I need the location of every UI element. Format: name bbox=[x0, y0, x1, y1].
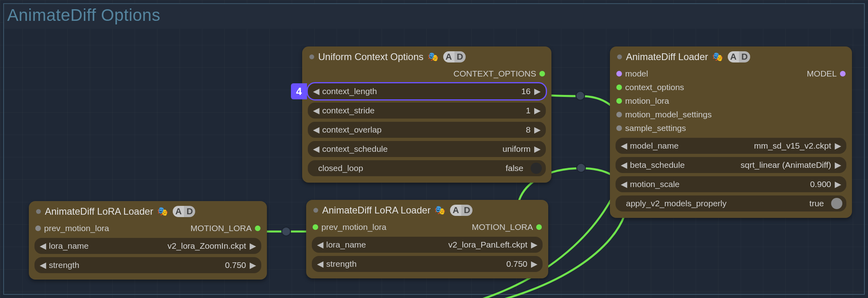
widget-label: context_length bbox=[321, 87, 377, 96]
node-header[interactable]: AnimateDiff LoRA Loader 🎭 AD bbox=[306, 200, 548, 219]
input-model[interactable]: model bbox=[612, 68, 716, 79]
node-header[interactable]: AnimateDiff Loader 🎭 AD bbox=[610, 46, 852, 66]
output-motion-lora[interactable]: MOTION_LORA bbox=[186, 223, 264, 234]
group-title: AnimateDiff Options bbox=[7, 6, 160, 25]
chevron-right-icon[interactable]: ▶ bbox=[530, 240, 539, 250]
port-label: prev_motion_lora bbox=[321, 222, 386, 232]
chevron-right-icon[interactable]: ▶ bbox=[834, 141, 842, 151]
node-lora-loader-2[interactable]: AnimateDiff LoRA Loader 🎭 AD prev_motion… bbox=[306, 200, 548, 278]
widget-lora-name[interactable]: ◀ lora_name v2_lora_PanLeft.ckpt ▶ bbox=[312, 237, 543, 253]
socket-icon[interactable] bbox=[313, 224, 318, 230]
input-prev-motion-lora[interactable]: prev_motion_lora bbox=[309, 221, 390, 233]
widget-value[interactable]: uniform bbox=[388, 144, 533, 154]
ad-badge-icon: AD bbox=[173, 206, 195, 217]
socket-icon[interactable] bbox=[616, 85, 622, 90]
socket-icon[interactable] bbox=[840, 71, 846, 77]
widget-value[interactable]: 1 bbox=[375, 106, 533, 115]
socket-icon[interactable] bbox=[536, 224, 542, 230]
widget-apply-v2[interactable]: apply_v2_models_properly true bbox=[616, 195, 846, 211]
chevron-right-icon[interactable]: ▶ bbox=[533, 106, 542, 115]
node-header[interactable]: Uniform Context Options 🎭 AD bbox=[302, 46, 551, 66]
ad-badge-icon: AD bbox=[450, 205, 472, 216]
ad-badge-icon: AD bbox=[443, 51, 466, 62]
widget-value[interactable]: mm_sd_v15_v2.ckpt bbox=[678, 141, 834, 151]
chevron-right-icon[interactable]: ▶ bbox=[533, 125, 542, 135]
widget-strength[interactable]: ◀ strength 0.750 ▶ bbox=[312, 256, 543, 272]
widget-context-stride[interactable]: ◀ context_stride 1 ▶ bbox=[308, 103, 546, 119]
widget-value[interactable]: sqrt_linear (AnimateDiff) bbox=[685, 160, 834, 170]
chevron-right-icon[interactable]: ▶ bbox=[533, 87, 542, 96]
input-sample-settings[interactable]: sample_settings bbox=[612, 123, 716, 134]
node-animatediff-loader[interactable]: AnimateDiff Loader 🎭 AD model context_op… bbox=[610, 46, 852, 218]
chevron-left-icon[interactable]: ◀ bbox=[620, 160, 628, 170]
chevron-right-icon[interactable]: ▶ bbox=[834, 160, 842, 170]
widget-label: beta_schedule bbox=[628, 160, 685, 170]
chevron-left-icon[interactable]: ◀ bbox=[38, 260, 47, 270]
chevron-left-icon[interactable]: ◀ bbox=[316, 240, 325, 250]
widget-value[interactable]: 0.750 bbox=[357, 259, 530, 269]
chevron-left-icon[interactable]: ◀ bbox=[312, 87, 321, 96]
input-context-options[interactable]: context_options bbox=[612, 82, 716, 93]
widget-motion-scale[interactable]: ◀ motion_scale 0.900 ▶ bbox=[616, 176, 846, 192]
output-motion-lora[interactable]: MOTION_LORA bbox=[468, 221, 546, 233]
widget-value[interactable]: 16 bbox=[377, 87, 533, 96]
socket-icon[interactable] bbox=[35, 226, 41, 231]
chevron-right-icon[interactable]: ▶ bbox=[248, 241, 257, 251]
collapse-dot-icon[interactable] bbox=[309, 54, 314, 59]
output-model[interactable]: MODEL bbox=[803, 68, 850, 79]
widget-label: context_overlap bbox=[321, 125, 382, 135]
widget-beta-schedule[interactable]: ◀ beta_schedule sqrt_linear (AnimateDiff… bbox=[616, 157, 846, 173]
chevron-left-icon[interactable]: ◀ bbox=[316, 259, 325, 269]
node-uniform-context-options[interactable]: Uniform Context Options 🎭 AD CONTEXT_OPT… bbox=[302, 46, 551, 183]
node-header[interactable]: AnimateDiff LoRA Loader 🎭 AD bbox=[29, 201, 267, 220]
port-label: prev_motion_lora bbox=[44, 224, 109, 233]
chevron-left-icon[interactable]: ◀ bbox=[38, 241, 47, 251]
widget-context-length[interactable]: 4 ◀ context_length 16 ▶ bbox=[308, 83, 546, 99]
widget-context-overlap[interactable]: ◀ context_overlap 8 ▶ bbox=[308, 122, 546, 138]
socket-icon[interactable] bbox=[616, 125, 622, 131]
widget-value[interactable]: 0.750 bbox=[79, 260, 248, 270]
socket-icon[interactable] bbox=[616, 71, 622, 77]
widget-closed-loop[interactable]: closed_loop false bbox=[308, 160, 546, 176]
toggle-off-icon[interactable] bbox=[531, 163, 542, 174]
widget-value: false bbox=[363, 163, 528, 173]
node-lora-loader-1[interactable]: AnimateDiff LoRA Loader 🎭 AD prev_motion… bbox=[29, 201, 267, 280]
socket-icon[interactable] bbox=[616, 112, 622, 117]
widget-value[interactable]: 8 bbox=[382, 125, 533, 135]
collapse-dot-icon[interactable] bbox=[313, 208, 318, 213]
masks-icon: 🎭 bbox=[712, 52, 723, 62]
chevron-right-icon[interactable]: ▶ bbox=[533, 144, 542, 154]
chevron-right-icon[interactable]: ▶ bbox=[530, 259, 539, 269]
input-motion-model-settings[interactable]: motion_model_settings bbox=[612, 109, 716, 120]
chevron-right-icon[interactable]: ▶ bbox=[248, 260, 257, 270]
chevron-left-icon[interactable]: ◀ bbox=[312, 106, 321, 115]
node-title: AnimateDiff LoRA Loader bbox=[45, 206, 153, 217]
widget-strength[interactable]: ◀ strength 0.750 ▶ bbox=[34, 257, 261, 273]
ad-badge-icon: AD bbox=[728, 51, 750, 62]
output-context-options[interactable]: CONTEXT_OPTIONS bbox=[449, 68, 549, 79]
input-motion-lora[interactable]: motion_lora bbox=[612, 95, 716, 107]
collapse-dot-icon[interactable] bbox=[36, 209, 41, 214]
port-label: motion_model_settings bbox=[625, 110, 712, 119]
port-label: MODEL bbox=[807, 69, 837, 79]
chevron-left-icon[interactable]: ◀ bbox=[620, 179, 628, 189]
widget-lora-name[interactable]: ◀ lora_name v2_lora_ZoomIn.ckpt ▶ bbox=[34, 238, 261, 254]
widget-model-name[interactable]: ◀ model_name mm_sd_v15_v2.ckpt ▶ bbox=[616, 138, 846, 154]
widget-value[interactable]: v2_lora_PanLeft.ckpt bbox=[366, 240, 530, 250]
port-label: model bbox=[625, 69, 648, 79]
widget-value[interactable]: v2_lora_ZoomIn.ckpt bbox=[89, 241, 248, 251]
socket-icon[interactable] bbox=[255, 226, 260, 231]
chevron-left-icon[interactable]: ◀ bbox=[312, 125, 321, 135]
port-label: CONTEXT_OPTIONS bbox=[453, 69, 536, 79]
chevron-right-icon[interactable]: ▶ bbox=[834, 179, 842, 189]
collapse-dot-icon[interactable] bbox=[617, 54, 622, 59]
chevron-left-icon[interactable]: ◀ bbox=[620, 141, 628, 151]
chevron-left-icon[interactable]: ◀ bbox=[312, 144, 321, 154]
widget-value[interactable]: 0.900 bbox=[680, 179, 834, 189]
input-prev-motion-lora[interactable]: prev_motion_lora bbox=[31, 223, 113, 234]
widget-label: context_stride bbox=[321, 106, 375, 115]
toggle-on-icon[interactable] bbox=[831, 198, 842, 209]
widget-context-schedule[interactable]: ◀ context_schedule uniform ▶ bbox=[308, 141, 546, 157]
socket-icon[interactable] bbox=[539, 71, 545, 77]
socket-icon[interactable] bbox=[616, 98, 622, 104]
